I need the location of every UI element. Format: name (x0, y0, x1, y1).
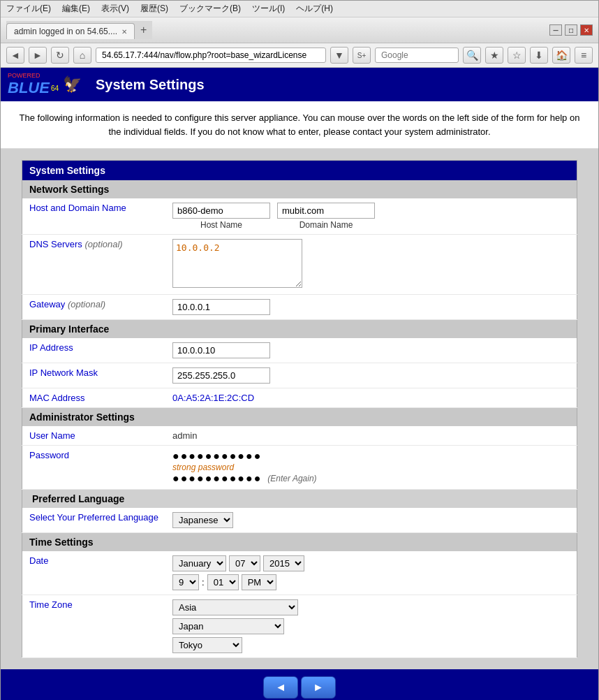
back-arrow-icon: ◄ (275, 681, 286, 694)
continent-select[interactable]: Asia (172, 599, 298, 615)
menu-history[interactable]: 履歴(S) (140, 3, 168, 15)
browser-tab[interactable]: admin logged in on 54.65.... ✕ (6, 23, 135, 39)
nav-buttons-area: ◄ ► (1, 669, 598, 700)
ip-address-label: IP Address (22, 338, 166, 363)
download-btn[interactable]: ⬇ (530, 47, 548, 64)
search-go-btn[interactable]: 🔍 (463, 47, 481, 64)
menu-bookmarks[interactable]: ブックマーク(B) (179, 3, 241, 15)
mac-address-label: MAC Address (22, 388, 166, 408)
time-colon: : (202, 577, 205, 588)
ip-address-value (165, 338, 577, 363)
forward-arrow-icon: ► (313, 681, 324, 694)
host-name-input[interactable] (172, 203, 270, 219)
menu-edit[interactable]: 編集(E) (62, 3, 90, 15)
content-area: System Settings Network Settings Host an… (1, 149, 598, 669)
close-btn[interactable]: ✕ (580, 24, 593, 36)
description-text: The following information is needed to c… (1, 101, 598, 149)
mac-address-row: MAC Address 0A:A5:2A:1E:2C:CD (22, 388, 577, 408)
logo-powered-text: POWERED (8, 72, 40, 79)
section-header: System Settings (22, 161, 577, 181)
date-value: January 07 2015 9 (165, 551, 577, 595)
dns-row: DNS Servers (optional) 10.0.0.2 (22, 235, 577, 295)
ampm-select[interactable]: PM (242, 574, 276, 590)
tab-close-btn[interactable]: ✕ (121, 28, 127, 36)
gateway-label: Gateway (optional) (22, 295, 166, 320)
forward-btn[interactable]: ► (29, 47, 47, 64)
home-btn[interactable]: ⌂ (73, 47, 91, 64)
dns-label: DNS Servers (optional) (22, 235, 166, 295)
timezone-value: Asia Japan Tokyo (165, 595, 577, 658)
preferred-language-group: Preferred Language (22, 490, 577, 509)
back-arrow-btn[interactable]: ◄ (263, 676, 298, 699)
password-dots1: ●●●●●●●●●●● (172, 450, 570, 462)
navigation-bar: ◄ ► ↻ ⌂ ▼ S+ 🔍 ★ ☆ ⬇ 🏠 ≡ (1, 43, 598, 68)
bookmark-star-btn[interactable]: ★ (485, 47, 503, 64)
dns-input[interactable]: 10.0.0.2 (172, 239, 302, 288)
menu-btn[interactable]: ≡ (575, 47, 593, 64)
date-label: Date (22, 551, 166, 595)
language-select-label: Select Your Preferred Language (22, 508, 166, 533)
bookmark-btn[interactable]: ☆ (508, 47, 526, 64)
dns-value: 10.0.0.2 (165, 235, 577, 295)
network-settings-group: Network Settings (22, 180, 577, 198)
menu-tools[interactable]: ツール(I) (252, 3, 285, 15)
password-row: Password ●●●●●●●●●●● strong password ●●●… (22, 446, 577, 490)
ip-mask-value (165, 363, 577, 388)
hour-select[interactable]: 9 (172, 574, 199, 590)
back-btn[interactable]: ◄ (6, 47, 24, 64)
host-domain-row: Host and Domain Name Host Name Domain Na… (22, 198, 577, 235)
logo-64-text: 64 (51, 85, 59, 92)
home2-btn[interactable]: 🏠 (552, 47, 570, 64)
preferred-language-label: Preferred Language (32, 493, 124, 504)
username-value: admin (165, 426, 577, 446)
go-btn[interactable]: ▼ (330, 47, 348, 64)
minute-select[interactable]: 01 (207, 574, 239, 590)
browser-window: ファイル(E) 編集(E) 表示(V) 履歴(S) ブックマーク(B) ツール(… (0, 0, 599, 700)
date-row: Date January 07 2015 (22, 551, 577, 595)
gateway-row: Gateway (optional) (22, 295, 577, 320)
host-sublabel: Host Name (200, 220, 242, 230)
maximize-btn[interactable]: □ (565, 24, 577, 36)
window-title: admin logged in on 54.65.... ✕ + (6, 21, 152, 39)
menu-help[interactable]: ヘルプ(H) (296, 3, 333, 15)
refresh-btn[interactable]: ↻ (51, 47, 69, 64)
mac-address-value: 0A:A5:2A:1E:2C:CD (165, 388, 577, 408)
search-input[interactable] (375, 48, 459, 63)
password-label: Password (22, 446, 166, 490)
timezone-label: Time Zone (22, 595, 166, 658)
menu-file[interactable]: ファイル(E) (6, 3, 51, 15)
page-title: System Settings (96, 77, 205, 93)
app-header: POWERED BLUE 64 🦅 System Settings (1, 68, 598, 101)
day-select[interactable]: 07 (229, 555, 260, 571)
host-domain-label: Host and Domain Name (22, 198, 166, 235)
ip-address-input[interactable] (172, 342, 270, 358)
ip-mask-label: IP Network Mask (22, 363, 166, 388)
minimize-btn[interactable]: ─ (549, 24, 562, 36)
admin-settings-group: Administrator Settings (22, 408, 577, 427)
language-select[interactable]: Japanese English Chinese Korean French G… (172, 512, 233, 528)
language-select-row: Select Your Preferred Language Japanese … (22, 508, 577, 533)
gateway-input[interactable] (172, 299, 270, 315)
timezone-row: Time Zone Asia Japan Tokyo (22, 595, 577, 658)
enter-again-text: (Enter Again) (267, 474, 316, 483)
new-tab-btn[interactable]: + (135, 21, 152, 39)
password-dots2: ●●●●●●●●●●● (172, 472, 262, 485)
city-select[interactable]: Tokyo (172, 637, 242, 653)
ip-mask-input[interactable] (172, 367, 270, 384)
title-bar: admin logged in on 54.65.... ✕ + ─ □ ✕ (1, 17, 598, 43)
ip-address-row: IP Address (22, 338, 577, 363)
gateway-value (165, 295, 577, 320)
address-bar[interactable] (96, 48, 326, 63)
month-select[interactable]: January (172, 555, 226, 571)
password-hint: strong password (172, 462, 570, 472)
year-select[interactable]: 2015 (263, 555, 304, 571)
password-value: ●●●●●●●●●●● strong password ●●●●●●●●●●● … (165, 446, 577, 490)
country-select[interactable]: Japan (172, 618, 284, 634)
forward-arrow-btn[interactable]: ► (301, 676, 336, 699)
domain-sublabel: Domain Name (300, 220, 353, 230)
username-label: User Name (22, 426, 166, 446)
menu-view[interactable]: 表示(V) (101, 3, 129, 15)
domain-name-input[interactable] (277, 203, 375, 219)
ip-mask-row: IP Network Mask (22, 363, 577, 388)
ssl-btn[interactable]: S+ (353, 47, 371, 64)
